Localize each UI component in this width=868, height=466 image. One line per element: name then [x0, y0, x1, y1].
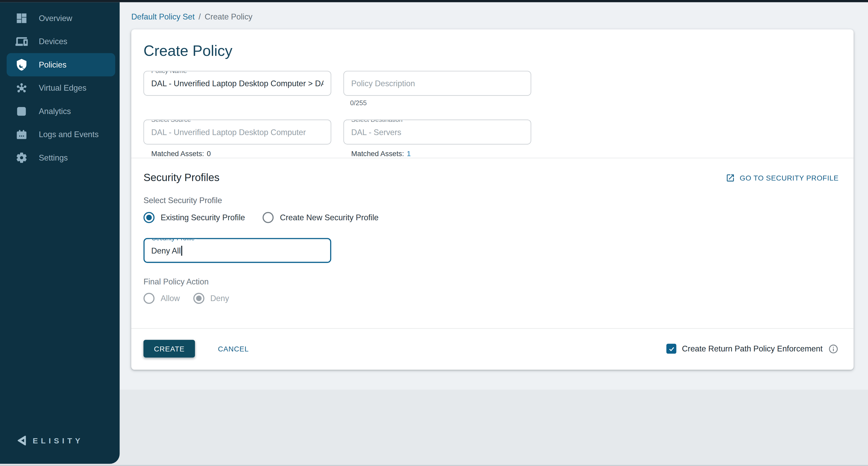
- radio-create-new-label: Create New Security Profile: [280, 213, 378, 222]
- radio-deny[interactable]: Deny: [193, 293, 229, 304]
- create-policy-card: Create Policy Policy Name DAL - Unverifi…: [131, 29, 854, 370]
- return-path-checkbox[interactable]: [666, 344, 676, 354]
- radio-unselected-icon[interactable]: [263, 212, 274, 223]
- select-source-wrap: Select Source DAL - Unverified Laptop De…: [144, 120, 331, 144]
- radio-existing-label: Existing Security Profile: [161, 213, 245, 222]
- text-cursor: [181, 245, 182, 255]
- policy-description-placeholder: Policy Description: [351, 79, 415, 88]
- destination-matched-assets: Matched Assets: 1: [351, 149, 411, 158]
- sidebar-item-settings[interactable]: Settings: [0, 146, 115, 169]
- policy-fields-grid: Policy Name DAL - Unverified Laptop Desk…: [144, 71, 841, 158]
- sidebar-item-label: Overview: [39, 14, 72, 23]
- main-area: Default Policy Set / Create Policy Creat…: [120, 2, 868, 370]
- devices-icon: [16, 35, 28, 47]
- radio-allow-label: Allow: [161, 294, 180, 303]
- window-top-edge: [0, 0, 868, 2]
- destination-matched-label: Matched Assets:: [351, 149, 404, 158]
- description-char-counter: 0/255: [350, 99, 367, 107]
- info-icon[interactable]: [828, 343, 839, 354]
- select-destination-value: DAL - Servers: [351, 128, 401, 136]
- select-security-profile-label: Select Security Profile: [144, 196, 839, 205]
- security-profile-field[interactable]: Security Profile Deny All: [144, 238, 331, 263]
- final-policy-action-radio-group: Allow Deny: [144, 293, 839, 304]
- policy-name-value: DAL - Unverified Laptop Desktop Computer…: [151, 79, 324, 88]
- policy-name-label: Policy Name: [149, 71, 189, 75]
- radio-deny-icon[interactable]: [193, 293, 204, 304]
- external-link-icon: [726, 173, 735, 182]
- policy-description-field[interactable]: Policy Description: [343, 71, 531, 96]
- select-destination-wrap: Select Destination DAL - Servers Matched…: [343, 120, 531, 144]
- check-icon: [668, 345, 675, 353]
- hub-icon: [16, 82, 28, 94]
- radio-deny-label: Deny: [210, 294, 229, 303]
- sidebar-item-policies[interactable]: Policies: [7, 53, 116, 76]
- policy-shield-icon: [16, 59, 28, 71]
- sidebar-item-overview[interactable]: Overview: [0, 7, 115, 30]
- form-actions-section: CREATE CANCEL Create Return Path Policy …: [131, 329, 854, 370]
- breadcrumb-separator: /: [198, 12, 201, 21]
- sidebar-item-label: Devices: [39, 37, 67, 46]
- go-to-security-profile-link[interactable]: GO TO SECURITY PROFILE: [726, 173, 839, 182]
- source-matched-assets: Matched Assets: 0: [151, 149, 211, 158]
- radio-allow[interactable]: Allow: [144, 293, 180, 304]
- sidebar-item-label: Logs and Events: [39, 130, 98, 139]
- security-profile-label: Security Profile: [150, 238, 197, 242]
- destination-matched-value-link[interactable]: 1: [407, 149, 411, 158]
- policy-description-wrap: Policy Description 0/255: [343, 71, 531, 96]
- go-to-security-profile-label: GO TO SECURITY PROFILE: [740, 173, 839, 182]
- breadcrumb-current: Create Policy: [205, 12, 252, 21]
- analytics-icon: [16, 105, 28, 118]
- select-source-label: Select Source: [149, 120, 193, 123]
- radio-existing-security-profile[interactable]: Existing Security Profile: [144, 212, 245, 223]
- security-profiles-section: Security Profiles GO TO SECURITY PROFILE…: [131, 158, 854, 328]
- select-destination-field[interactable]: Select Destination DAL - Servers: [343, 120, 531, 144]
- sidebar-item-analytics[interactable]: Analytics: [0, 100, 115, 123]
- radio-selected-icon[interactable]: [144, 212, 155, 223]
- security-profiles-heading: Security Profiles: [144, 172, 220, 184]
- gear-icon: [16, 152, 28, 164]
- security-profiles-header-row: Security Profiles GO TO SECURITY PROFILE: [144, 172, 839, 184]
- elisity-logo-word: ELISITY: [33, 436, 84, 445]
- sidebar-nav: Overview Devices Policies: [0, 2, 120, 170]
- cancel-button[interactable]: CANCEL: [213, 341, 253, 356]
- sidebar-item-virtual-edges[interactable]: Virtual Edges: [0, 76, 115, 99]
- final-policy-action-label: Final Policy Action: [144, 277, 839, 286]
- sidebar-item-label: Virtual Edges: [39, 84, 86, 93]
- radio-allow-icon[interactable]: [144, 293, 155, 304]
- page-title: Create Policy: [144, 43, 841, 60]
- page-lower-band: [0, 390, 868, 466]
- elisity-logo: ELISITY: [16, 434, 84, 447]
- sidebar-item-logs-events[interactable]: Logs and Events: [0, 123, 115, 146]
- return-path-label: Create Return Path Policy Enforcement: [682, 344, 823, 353]
- sidebar-item-devices[interactable]: Devices: [0, 30, 115, 53]
- source-matched-label: Matched Assets:: [151, 149, 204, 158]
- sidebar-item-label: Policies: [39, 60, 66, 69]
- calendar-icon: [16, 128, 28, 140]
- sidebar-item-label: Analytics: [39, 107, 71, 115]
- create-button[interactable]: CREATE: [144, 340, 195, 358]
- sidebar-item-label: Settings: [39, 153, 68, 162]
- policy-name-field[interactable]: Policy Name DAL - Unverified Laptop Desk…: [144, 71, 331, 96]
- elisity-logo-mark: [16, 434, 28, 447]
- policy-name-wrap: Policy Name DAL - Unverified Laptop Desk…: [144, 71, 331, 96]
- breadcrumb: Default Policy Set / Create Policy: [131, 12, 868, 21]
- select-source-value: DAL - Unverified Laptop Desktop Computer: [151, 128, 306, 136]
- return-path-group: Create Return Path Policy Enforcement: [666, 343, 839, 354]
- policy-details-section: Create Policy Policy Name DAL - Unverifi…: [131, 29, 854, 158]
- security-profile-value: Deny All: [151, 246, 181, 255]
- select-source-field[interactable]: Select Source DAL - Unverified Laptop De…: [144, 120, 331, 144]
- security-profile-radio-group: Existing Security Profile Create New Sec…: [144, 212, 839, 223]
- select-destination-label: Select Destination: [349, 120, 405, 123]
- source-matched-value: 0: [207, 149, 211, 158]
- app-viewport: Overview Devices Policies: [0, 0, 868, 466]
- radio-create-new-security-profile[interactable]: Create New Security Profile: [263, 212, 379, 223]
- breadcrumb-parent-link[interactable]: Default Policy Set: [131, 12, 195, 21]
- sidebar: Overview Devices Policies: [0, 2, 120, 464]
- dashboard-icon: [16, 12, 28, 25]
- security-profile-field-wrap: Security Profile Deny All: [144, 238, 331, 263]
